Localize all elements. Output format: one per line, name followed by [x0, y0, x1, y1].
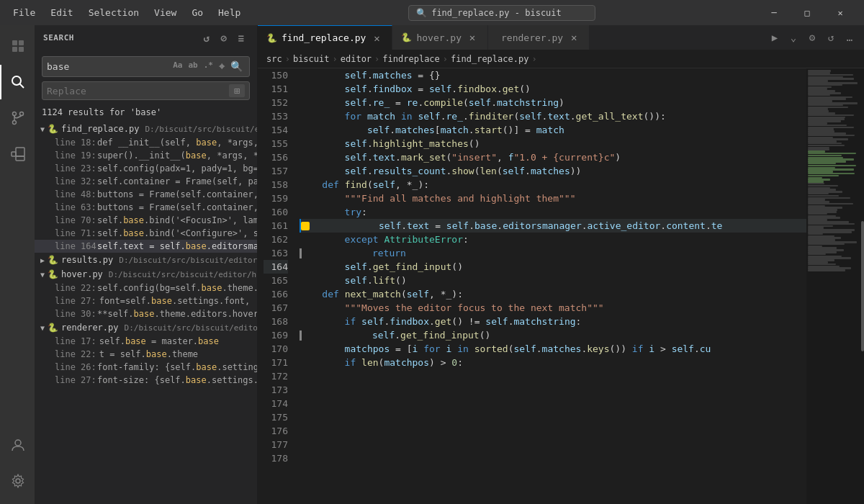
close-button[interactable]: ✕	[824, 0, 857, 25]
refresh-button[interactable]: ↺	[822, 29, 840, 46]
search-results-list[interactable]: ▼ 🐍 find_replace.py D:/biscuit/src/biscu…	[35, 122, 257, 504]
breadcrumb-biscuit[interactable]: biscuit	[293, 54, 330, 64]
activity-source-control[interactable]	[0, 101, 35, 135]
more-actions-button[interactable]: …	[841, 29, 858, 46]
result-line[interactable]: line 30:**self.base.theme.editors.hover.…	[35, 307, 257, 320]
menu-edit[interactable]: Edit	[45, 4, 78, 21]
case-sensitive-toggle[interactable]: Aa	[171, 59, 184, 74]
whole-word-toggle[interactable]: ab	[186, 59, 200, 74]
line-content: self.config(padx=1, pady=1, bg=s	[97, 163, 257, 174]
replace-input[interactable]	[47, 86, 228, 96]
refresh-results-button[interactable]: ↺	[199, 31, 214, 45]
result-group-hover: ▼ 🐍 hover.py D:/biscuit/src/biscuit/edit…	[35, 267, 257, 320]
collapse-all-button[interactable]: ≡	[234, 31, 248, 45]
result-line[interactable]: line 19:super().__init__(base, *args, **…	[35, 149, 257, 162]
result-line[interactable]: line 26:font-family: {self.base.settings…	[35, 361, 257, 374]
code-line: """Moves the editor focus to the next ma…	[300, 301, 806, 315]
activity-account[interactable]	[0, 428, 35, 462]
file-name: renderer.py	[61, 323, 118, 333]
line-number: line 22:	[55, 349, 96, 359]
line-number: line 27:	[55, 296, 96, 306]
regex-toggle[interactable]: .*	[202, 59, 215, 74]
tab-close-button[interactable]: ✕	[370, 32, 383, 45]
menu-help[interactable]: Help	[212, 4, 246, 21]
result-line[interactable]: line 70:self.base.bind('<FocusIn>', lamb…	[35, 214, 257, 227]
title-search-bar[interactable]: 🔍 find_replace.py - biscuit	[408, 5, 595, 21]
code-line: if len(matchpos) > 0:	[300, 356, 806, 369]
line-number: line 30:	[55, 309, 94, 319]
tab-close-button[interactable]: ✕	[466, 31, 479, 44]
code-line: matchpos = [i for i in sorted(self.match…	[300, 342, 806, 356]
minimap-scrollbar[interactable]	[861, 221, 864, 352]
activity-search[interactable]	[0, 65, 35, 99]
result-line-active[interactable]: line 164:self.text = self.base.editorsma…	[35, 240, 257, 253]
search-input-area: Aa ab .* ⌖ 🔍 ⊞	[35, 50, 257, 106]
tab-renderer[interactable]: renderer.py ✕	[488, 25, 590, 50]
result-file-find-replace[interactable]: ▼ 🐍 find_replace.py D:/biscuit/src/biscu…	[35, 122, 257, 136]
menu-file[interactable]: File	[7, 4, 41, 21]
tab-find-replace[interactable]: 🐍 find_replace.py ✕	[258, 25, 392, 50]
tab-bar: 🐍 find_replace.py ✕ 🐍 hover.py ✕ rendere…	[258, 25, 864, 50]
replace-all-button[interactable]: ⊞	[229, 84, 245, 97]
activity-settings[interactable]	[0, 464, 35, 498]
line-content: t = self.base.theme	[99, 349, 198, 359]
result-line[interactable]: line 18:def __init__(self, base, *args, …	[35, 136, 257, 149]
svg-rect-0	[12, 40, 17, 45]
result-file-hover[interactable]: ▼ 🐍 hover.py D:/biscuit/src/biscuit/edit…	[35, 267, 257, 282]
result-line[interactable]: line 22:t = self.base.theme	[35, 348, 257, 361]
result-line[interactable]: line 27:font=self.base.settings.font,	[35, 294, 257, 307]
activity-explorer[interactable]	[0, 29, 35, 63]
code-container[interactable]: 150151152153 154155156157 158159160161 1…	[258, 68, 864, 504]
chevron-right-icon: ▶	[40, 256, 45, 264]
tab-close-button[interactable]: ✕	[567, 31, 580, 44]
svg-point-4	[12, 76, 21, 85]
breadcrumb-editor[interactable]: editor	[341, 54, 372, 64]
breadcrumb-file[interactable]: find_replace.py	[451, 54, 528, 64]
svg-point-8	[13, 121, 17, 125]
activity-extensions[interactable]	[0, 137, 35, 171]
result-file-results[interactable]: ▶ 🐍 results.py D:/biscuit/src/biscuit/ed…	[35, 253, 257, 267]
result-line[interactable]: line 22:self.config(bg=self.base.theme.b…	[35, 282, 257, 294]
code-line: self.matches[match.start()] = match	[300, 123, 806, 137]
window-controls: ─ □ ✕	[757, 0, 857, 25]
result-line[interactable]: line 23:self.config(padx=1, pady=1, bg=s	[35, 162, 257, 175]
search-icon: 🔍	[416, 8, 427, 18]
code-editor[interactable]: self.matches = {} self.findbox = self.fi…	[294, 68, 806, 504]
code-line: """Find all matches and highlight them""…	[300, 192, 806, 205]
result-line[interactable]: line 71:self.base.bind('<Configure>', se…	[35, 227, 257, 240]
run-button[interactable]: ▶	[766, 29, 783, 46]
minimize-button[interactable]: ─	[757, 0, 791, 25]
search-scope-toggle[interactable]: ⌖	[217, 59, 227, 74]
line-content: self.base.bind('<FocusIn>', lambd	[97, 215, 257, 225]
customize-layout-button[interactable]: ⚙	[804, 29, 821, 46]
menu-go[interactable]: Go	[186, 4, 209, 21]
breadcrumb-src[interactable]: src	[266, 54, 282, 64]
menu-view[interactable]: View	[148, 4, 182, 21]
breadcrumb-findreplace[interactable]: findreplace	[382, 54, 439, 64]
result-file-renderer[interactable]: ▼ 🐍 renderer.py D:/biscuit/src/biscuit/e…	[35, 320, 257, 335]
result-line[interactable]: line 32:self.container = Frame(self, pad…	[35, 175, 257, 188]
maximize-button[interactable]: □	[791, 0, 824, 25]
tab-label: hover.py	[416, 32, 462, 43]
search-input[interactable]	[47, 61, 168, 72]
result-line[interactable]: line 17:self.base = master.base	[35, 335, 257, 348]
clear-results-button[interactable]: ⊘	[217, 31, 231, 45]
split-editor-button[interactable]: ⌄	[785, 29, 802, 46]
search-field-row: Aa ab .* ⌖ 🔍	[42, 56, 250, 77]
result-line[interactable]: line 48:buttons = Frame(self.container, …	[35, 188, 257, 201]
titlebar: File Edit Selection View Go Help 🔍 find_…	[0, 0, 864, 25]
code-line: self.findbox = self.findbox.get()	[300, 82, 806, 96]
sidebar-title: SEARCH	[43, 33, 74, 42]
replace-field-row: ⊞	[42, 81, 250, 100]
result-line[interactable]: line 27:font-size: {self.base.settings.f…	[35, 374, 257, 387]
code-line: except AttributeError:	[300, 233, 806, 246]
result-line[interactable]: line 63:buttons = Frame(self.container, …	[35, 201, 257, 214]
file-path: D:/biscuit/src/biscuit/editor/hover/...	[109, 270, 257, 279]
chevron-down-icon: ▼	[40, 271, 45, 279]
menu-selection[interactable]: Selection	[83, 4, 145, 21]
search-go-button[interactable]: 🔍	[228, 59, 245, 74]
tab-hover[interactable]: 🐍 hover.py ✕	[392, 25, 488, 50]
line-number: line 18:	[55, 138, 94, 148]
line-number: line 19:	[55, 150, 94, 161]
result-group-renderer: ▼ 🐍 renderer.py D:/biscuit/src/biscuit/e…	[35, 320, 257, 387]
